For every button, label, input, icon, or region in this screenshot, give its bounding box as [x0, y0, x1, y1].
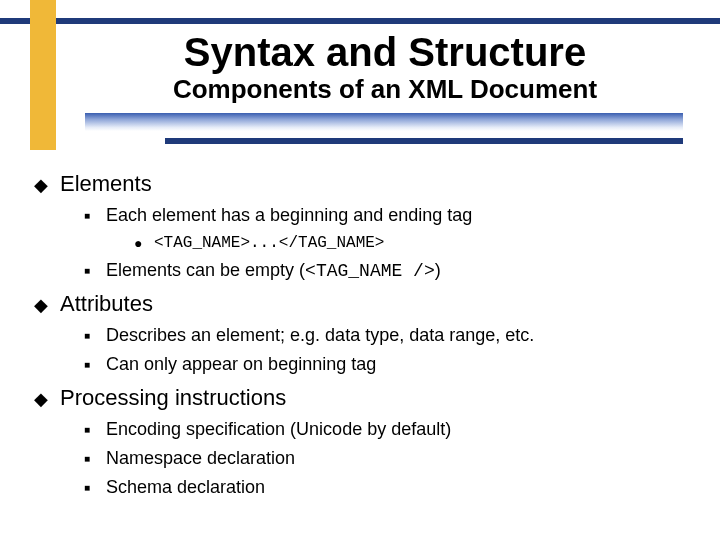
- list-item: ● <TAG_NAME>...</TAG_NAME>: [134, 234, 694, 252]
- list-item: ■ Elements can be empty (<TAG_NAME />): [84, 260, 694, 281]
- code-text: <TAG_NAME />: [305, 261, 435, 281]
- left-accent-bar: [30, 0, 56, 150]
- section-label: Processing instructions: [60, 385, 286, 411]
- section-processing: ◆ Processing instructions: [34, 385, 694, 411]
- diamond-bullet-icon: ◆: [34, 294, 60, 316]
- diamond-bullet-icon: ◆: [34, 388, 60, 410]
- square-bullet-icon: ■: [84, 210, 106, 221]
- list-item-text: Schema declaration: [106, 477, 265, 498]
- dot-bullet-icon: ●: [134, 235, 154, 251]
- list-item: ■ Schema declaration: [84, 477, 694, 498]
- square-bullet-icon: ■: [84, 359, 106, 370]
- text-fragment: Elements can be empty (: [106, 260, 305, 280]
- section-elements: ◆ Elements: [34, 171, 694, 197]
- square-bullet-icon: ■: [84, 265, 106, 276]
- subtitle-underline-bar: [165, 138, 683, 144]
- square-bullet-icon: ■: [84, 424, 106, 435]
- top-accent-bar: [0, 18, 720, 24]
- list-item-text: Each element has a beginning and ending …: [106, 205, 472, 226]
- title-block: Syntax and Structure Components of an XM…: [85, 32, 685, 105]
- slide-subtitle: Components of an XML Document: [85, 74, 685, 105]
- square-bullet-icon: ■: [84, 453, 106, 464]
- list-item: ■ Namespace declaration: [84, 448, 694, 469]
- list-item-text: Describes an element; e.g. data type, da…: [106, 325, 534, 346]
- list-item-text: Elements can be empty (<TAG_NAME />): [106, 260, 441, 281]
- slide-title: Syntax and Structure: [85, 32, 685, 72]
- list-item-text: Can only appear on beginning tag: [106, 354, 376, 375]
- list-item-text: Namespace declaration: [106, 448, 295, 469]
- section-attributes: ◆ Attributes: [34, 291, 694, 317]
- list-item: ■ Each element has a beginning and endin…: [84, 205, 694, 226]
- section-label: Elements: [60, 171, 152, 197]
- square-bullet-icon: ■: [84, 330, 106, 341]
- content-area: ◆ Elements ■ Each element has a beginnin…: [34, 165, 694, 498]
- list-item: ■ Encoding specification (Unicode by def…: [84, 419, 694, 440]
- square-bullet-icon: ■: [84, 482, 106, 493]
- list-item: ■ Describes an element; e.g. data type, …: [84, 325, 694, 346]
- text-fragment: ): [435, 260, 441, 280]
- section-label: Attributes: [60, 291, 153, 317]
- diamond-bullet-icon: ◆: [34, 174, 60, 196]
- title-gradient-bar: [85, 113, 683, 131]
- list-item-text: Encoding specification (Unicode by defau…: [106, 419, 451, 440]
- code-text: <TAG_NAME>...</TAG_NAME>: [154, 234, 384, 252]
- list-item: ■ Can only appear on beginning tag: [84, 354, 694, 375]
